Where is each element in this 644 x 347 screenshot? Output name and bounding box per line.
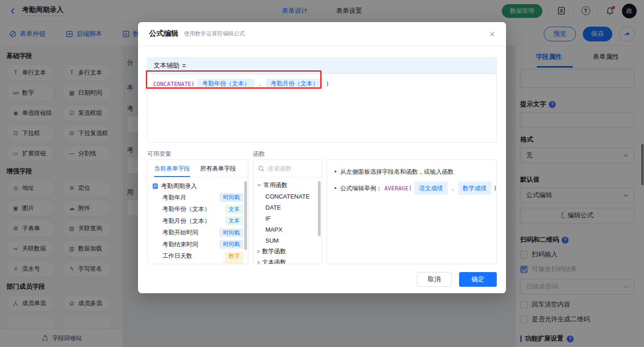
- tip-prefix: 公式编辑举例：: [340, 182, 382, 194]
- search-icon: [258, 165, 264, 172]
- function-search: [253, 160, 322, 177]
- bullet: •: [334, 182, 337, 194]
- formula-input-area[interactable]: CONCATENATE( 考勤年份（文本） ， 考勤月份（文本） ): [148, 74, 496, 142]
- group-label: 数学函数: [262, 247, 286, 256]
- formula-expression: CONCATENATE( 考勤年份（文本） ， 考勤月份（文本） ): [153, 79, 491, 89]
- variable-row[interactable]: 考勤年份（文本）文本: [152, 204, 243, 216]
- chevron-down-icon: [257, 184, 261, 187]
- type-badge: 数字: [225, 252, 243, 261]
- formula-editor-modal: 公式编辑 使用数学运算符编辑公式 × 文本辅助 = CONCATENATE( 考…: [138, 22, 506, 293]
- document-icon: [152, 183, 158, 189]
- separator-token: ，: [257, 80, 263, 88]
- function-tree: 常用函数 CONCATENATE DATE IF MAPX SUM 数学函数 文…: [253, 177, 322, 264]
- tip-line-1: • 从左侧面板选择字段名和函数，或输入函数: [334, 166, 489, 177]
- modal-header: 公式编辑 使用数学运算符编辑公式 ×: [138, 22, 506, 46]
- variable-chip[interactable]: 考勤年份（文本）: [197, 79, 254, 89]
- search-input[interactable]: [268, 165, 314, 172]
- variable-row[interactable]: 考勤结束时间时间戳: [152, 239, 243, 250]
- variable-row[interactable]: 考勤年月时间戳: [152, 192, 243, 204]
- tip-formula-example: 公式编辑举例： AVERAGE( 语文成绩 ， 数学成绩 ): [340, 182, 497, 195]
- type-badge: 时间戳: [219, 193, 243, 202]
- modal-footer: 取消 确定: [417, 272, 497, 287]
- scrollbar-thumb[interactable]: [318, 181, 321, 236]
- type-badge: 时间戳: [219, 240, 243, 249]
- function-token: CONCATENATE(: [153, 80, 195, 87]
- formula-target-bar: 文本辅助 =: [148, 58, 496, 74]
- function-group-math[interactable]: 数学函数: [257, 246, 318, 257]
- formula-editor: 文本辅助 = CONCATENATE( 考勤年份（文本） ， 考勤月份（文本） …: [147, 57, 497, 142]
- equals-sign: =: [182, 62, 186, 69]
- function-item-concatenate[interactable]: CONCATENATE: [257, 191, 318, 202]
- function-item-mapx[interactable]: MAPX: [257, 224, 318, 235]
- group-label: 文本函数: [262, 258, 286, 264]
- variable-row[interactable]: 考勤开始时间时间戳: [152, 227, 243, 239]
- modal-title: 公式编辑: [149, 29, 178, 39]
- chevron-right-icon: [257, 261, 260, 265]
- tab-all-form-fields[interactable]: 所有表单字段: [200, 160, 236, 177]
- function-group-common[interactable]: 常用函数: [257, 180, 318, 191]
- app-root: 考勤周期录入 表单设计 表单设置 数据管理 ?: [0, 0, 644, 347]
- variables-list: 考勤周期录入 考勤年月时间戳 考勤年份（文本）文本 考勤月份（文本）文本 考勤开…: [148, 177, 248, 262]
- variables-panel: 当前表单字段 所有表单字段 考勤周期录入 考勤年月时间戳 考勤年份（文本）文本 …: [147, 159, 248, 264]
- variables-panel-label: 可用变量: [147, 150, 171, 158]
- type-badge: 文本: [225, 216, 243, 225]
- close-icon[interactable]: ×: [489, 29, 495, 39]
- confirm-button[interactable]: 确定: [459, 272, 497, 287]
- type-badge: 文本: [225, 205, 243, 214]
- chevron-right-icon: [257, 250, 260, 254]
- variable-row[interactable]: 考勤月份（文本）文本: [152, 215, 243, 227]
- separator-token: ，: [450, 182, 456, 194]
- function-group-text[interactable]: 文本函数: [257, 257, 318, 264]
- variables-tabs: 当前表单字段 所有表单字段: [148, 160, 248, 177]
- function-item-date[interactable]: DATE: [257, 202, 318, 213]
- functions-panel-label: 函数: [253, 150, 265, 158]
- example-chip: 数学成绩: [458, 182, 491, 195]
- functions-panel: 常用函数 CONCATENATE DATE IF MAPX SUM 数学函数 文…: [253, 159, 322, 264]
- tab-current-form-fields[interactable]: 当前表单字段: [154, 160, 190, 177]
- close-paren-token: ): [326, 80, 329, 87]
- function-item-if[interactable]: IF: [257, 213, 318, 224]
- variable-row[interactable]: 工作日天数数字: [152, 250, 243, 262]
- modal-subtitle: 使用数学运算符编辑公式: [184, 30, 245, 38]
- function-item-sum[interactable]: SUM: [257, 235, 318, 246]
- variables-root-node[interactable]: 考勤周期录入: [152, 180, 243, 192]
- scrollbar-thumb[interactable]: [244, 181, 247, 250]
- partial-badge: [223, 261, 243, 264]
- variable-chip[interactable]: 考勤月份（文本）: [266, 79, 323, 89]
- formula-target-label: 文本辅助: [154, 62, 179, 70]
- root-label: 考勤周期录入: [161, 182, 197, 190]
- cancel-button[interactable]: 取消: [417, 272, 452, 287]
- example-chip: 语文成绩: [414, 182, 448, 195]
- bullet: •: [334, 166, 337, 177]
- close-paren-token: ): [494, 182, 497, 194]
- tip-line-2: • 公式编辑举例： AVERAGE( 语文成绩 ， 数学成绩 ): [334, 182, 489, 195]
- type-badge: 时间戳: [219, 228, 243, 237]
- function-token: AVERAGE(: [385, 182, 412, 194]
- tips-panel: • 从左侧面板选择字段名和函数，或输入函数 • 公式编辑举例： AVERAGE(…: [327, 159, 497, 264]
- group-label: 常用函数: [264, 181, 288, 189]
- tip-text: 从左侧面板选择字段名和函数，或输入函数: [340, 166, 454, 177]
